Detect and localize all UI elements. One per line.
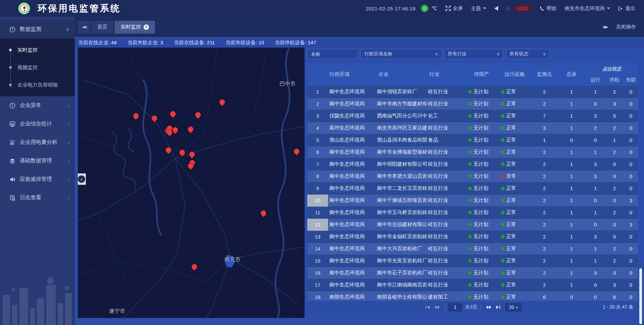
sidebar-subitem-视频监控[interactable]: 视频监控 <box>0 59 75 76</box>
cell-run-count: 3 <box>586 161 605 167</box>
close-icon[interactable]: ✕ <box>144 24 149 30</box>
vertical-scrollbar-thumb[interactable] <box>639 268 642 324</box>
status-dot-green <box>501 162 504 166</box>
table-row[interactable]: 15阆中生态环境局阆中市光富页岩机砖厂砖瓦行业无计划正常21120 <box>307 255 638 267</box>
cell-run-count: 1 <box>586 246 605 252</box>
fullscreen-button[interactable]: 全屏 <box>445 5 463 12</box>
enterprise-panel: 行政区域名称∨ 所有行业∨ 所有状态∨ 行政区域 企业 行业 停限产 治污设施 … <box>307 49 638 314</box>
sidebar-item-5[interactable]: 应急减排管理‹ <box>0 170 75 188</box>
cell-meter-count: 1 <box>557 173 586 179</box>
cell-run-count: 1 <box>586 185 605 191</box>
region-select[interactable]: 行政区域名称∨ <box>361 49 442 59</box>
mute-button[interactable] <box>494 6 498 11</box>
industry-select[interactable]: 所有行业∨ <box>444 49 503 59</box>
city-label-巴中市: 巴中市 <box>279 80 296 88</box>
sidebar-item-1[interactable]: 企业异常‹ <box>0 96 75 115</box>
table-row[interactable]: 9阆中生态环境局阆中市二龙长宝页岩砖砖瓦行业无计划正常21120 <box>307 182 638 195</box>
cell-monitor-count: 2 <box>531 101 557 107</box>
prev-page-button[interactable] <box>434 305 439 309</box>
org-dropdown[interactable]: 南充市生态环境局 <box>565 5 610 12</box>
sidebar-subitem-企业电力负荷明细[interactable]: 企业电力负荷明细 <box>0 76 75 94</box>
logout-button[interactable]: 退出 <box>618 5 635 12</box>
status-dot-green <box>468 235 472 238</box>
sidebar-item-2[interactable]: 企业综合统计‹ <box>0 115 75 133</box>
cell-company: 阆中市忠信建材有限公 <box>377 221 428 228</box>
facility-status-label: 正常 <box>506 137 516 143</box>
cell-facility-status: 正常 <box>498 185 531 192</box>
status-dot-green <box>501 126 504 130</box>
tabs-scroll-left-button[interactable]: ◀◀ <box>78 21 90 34</box>
cell-limit-status: 无计划 <box>466 185 498 192</box>
chevron-left-icon: ‹ <box>68 176 69 182</box>
table-row[interactable]: 10阆中生态环境局阆中千佛镇五郎垭页岩砖瓦行业无计划正常21003 <box>307 195 638 207</box>
cell-meter-count: 1 <box>557 185 586 191</box>
tabs-scroll-right-button[interactable]: ▶▶ <box>603 25 607 29</box>
cell-monitor-count: 2 <box>531 173 557 179</box>
table-row[interactable]: 14阆中生态环境局阆中大兴页岩机砖厂砖瓦行业无计划正常21120 <box>307 243 638 255</box>
cell-run-count: 3 <box>586 234 605 239</box>
table-row[interactable]: 3仪陇生态环境局西南油气田分公司川中化工无计划正常71350 <box>307 110 638 122</box>
cell-offline-count: 0 <box>624 270 638 276</box>
table-row[interactable]: 17阆中生态环境局阆中市江南镇阆南页岩砖瓦行业无计划正常21030 <box>307 279 638 291</box>
theme-dropdown[interactable]: 主题 <box>471 5 486 12</box>
status-dot-green <box>501 114 504 118</box>
table-row[interactable]: 7阆中生态环境局阆中明阳建材有限公司砖瓦行业无计划正常21300 <box>307 158 638 170</box>
facility-status-label: 正常 <box>506 101 516 107</box>
stat-item: 当前失联企业:3 <box>127 40 163 46</box>
table-row[interactable]: 18南部生态环境局南部县砒华土砖有限公建材加工无计划正常60060 <box>307 291 638 302</box>
cell-meter-count: 1 <box>557 270 586 276</box>
sidebar-item-4[interactable]: 基础数据管理‹ <box>0 152 75 170</box>
column-header-monitor: 监测点 <box>531 63 557 86</box>
bell-icon <box>506 6 511 11</box>
sidebar-item-label: 企业综合统计 <box>20 120 52 127</box>
close-operations-button[interactable]: 关闭操作 <box>616 24 636 30</box>
cell-limit-status: 无计划 <box>466 270 498 276</box>
table-row[interactable]: 5营山生态环境局营山县润丰肉食品有限食品无计划正常10010 <box>307 134 638 146</box>
row-number: 11 <box>307 207 328 219</box>
sidebar-item-3[interactable]: 企业用电量分析‹ <box>0 133 75 152</box>
table-row[interactable]: 16阆中生态环境局阆中市石子页岩机砖厂砖瓦行业无计划正常21300 <box>307 267 638 279</box>
table-row[interactable]: 4高坪生态环境局南充市高坪区王家店建砖瓦行业无计划正常31220 <box>307 122 638 134</box>
first-page-button[interactable] <box>426 305 430 309</box>
map-canvas[interactable]: 巴中市南充市遂宁市 ‹ <box>78 48 305 318</box>
cell-limit-status: 无计划 <box>466 101 498 107</box>
row-number: 6 <box>307 146 328 158</box>
page-number-input[interactable] <box>448 303 462 311</box>
cell-offline-count: 0 <box>624 258 638 264</box>
table-row[interactable]: 12阆中生态环境局阆中市忠信建材有限公砖瓦行业无计划正常21003 <box>307 219 638 231</box>
chevron-down-icon <box>607 7 610 9</box>
page-size-select[interactable]: 20∨ <box>505 303 522 311</box>
table-row[interactable]: 11阆中生态环境局阆中市五马桥页岩机砖砖瓦行业无计划正常21120 <box>307 207 638 219</box>
status-dot-green <box>468 259 472 263</box>
last-page-button[interactable] <box>496 305 500 309</box>
status-dot-green <box>501 211 504 214</box>
cell-stop-count: 0 <box>605 198 624 203</box>
next-page-button[interactable] <box>486 305 492 309</box>
facility-status-label: 异常 <box>506 173 516 179</box>
table-row[interactable]: 6阆中生态环境局阆中市金博瑞新型墙材砖瓦行业无计划正常21120 <box>307 146 638 158</box>
table-row[interactable]: 1阆中生态环境局阆中强锐页岩砖厂砖瓦行业无计划正常21120 <box>307 86 638 98</box>
notifications[interactable]: 2632 <box>506 5 531 11</box>
sidebar-item-6[interactable]: 日志查看‹ <box>0 188 75 207</box>
cell-company: 阆中明阳建材有限公司 <box>377 161 428 167</box>
table-row[interactable]: 13阆中生态环境局阆中市金福旺页岩机砖砖瓦行业无计划正常21300 <box>307 231 638 243</box>
status-dot-green <box>468 90 472 94</box>
status-select[interactable]: 所有状态∨ <box>506 49 549 59</box>
cell-region: 阆中生态环境局 <box>328 173 377 179</box>
column-header-facility: 治污设施 <box>498 63 531 86</box>
name-search-input[interactable] <box>311 51 355 57</box>
facility-status-label: 正常 <box>506 294 516 300</box>
help-button[interactable]: 帮助 <box>539 5 556 12</box>
table-row[interactable]: 8阆中生态环境局阆中市枣碧大梁山页岩砖瓦行业无计划异常21300 <box>307 170 638 182</box>
stat-item: 当前停机设备:147 <box>275 40 316 46</box>
table-row[interactable]: 2阆中生态环境局阆中市南方节能建材有砖瓦行业无计划正常21030 <box>307 98 638 110</box>
status-dot-green <box>501 295 504 299</box>
row-number: 17 <box>307 279 328 291</box>
tab-实时监控[interactable]: 实时监控✕ <box>115 21 155 34</box>
double-triangle-left-icon <box>434 305 439 309</box>
sidebar-subitem-实时监控[interactable]: 实时监控 <box>0 41 75 59</box>
cell-monitor-count: 7 <box>531 113 557 119</box>
tab-首页[interactable]: 首页 <box>91 21 113 34</box>
map-panel-collapse-button[interactable]: ‹ <box>78 173 86 185</box>
sidebar-item-0[interactable]: 数据监测∨ <box>0 20 75 39</box>
